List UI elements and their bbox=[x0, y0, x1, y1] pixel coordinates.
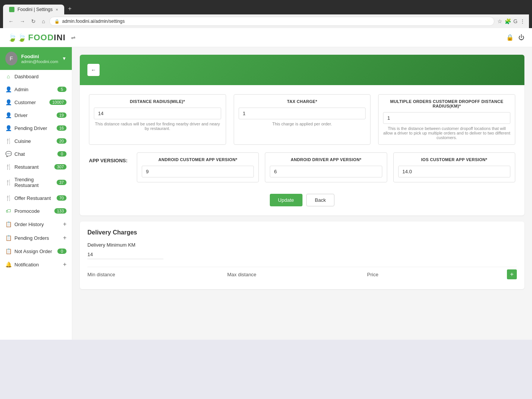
sidebar-item-label: Pending Orders bbox=[14, 235, 60, 241]
pending-orders-icon: 📋 bbox=[5, 235, 11, 241]
order-history-icon: 📋 bbox=[5, 221, 11, 227]
notification-expand: + bbox=[63, 261, 66, 268]
star-icon[interactable]: ☆ bbox=[497, 18, 502, 24]
multiple-orders-group: MULTIPLE ORDERS CUSTOMER DROPOFF DISTANC… bbox=[378, 94, 515, 145]
sidebar-item-label: Chat bbox=[14, 151, 54, 157]
browser-tabs: Foodini | Settings × + bbox=[3, 3, 529, 14]
app-versions-fields: ANDROID CUSTOMER APP VERSION* ANDROID DR… bbox=[137, 152, 515, 182]
extensions-icon[interactable]: 🧩 bbox=[505, 18, 511, 24]
active-tab[interactable]: Foodini | Settings × bbox=[3, 5, 64, 14]
sidebar-item-label: Customer bbox=[14, 100, 46, 105]
not-assign-badge: 0 bbox=[57, 249, 66, 254]
distance-radius-label: DISTANCE RADIUS(MILE)* bbox=[94, 99, 221, 104]
distance-radius-group: DISTANCE RADIUS(MILE)* This distance rad… bbox=[89, 94, 226, 145]
sidebar-item-order-history[interactable]: 📋 Order History + bbox=[0, 217, 72, 231]
offer-icon: 🍴 bbox=[5, 195, 11, 201]
sidebar-user-name: Foodini bbox=[21, 54, 58, 59]
top-nav-right: 🔒 ⏻ bbox=[506, 34, 524, 41]
app-versions-label: APP VERSIONS: bbox=[89, 152, 131, 163]
ios-customer-group: IOS CUSTOMER APP VERSION* bbox=[393, 152, 515, 182]
promocode-badge: 133 bbox=[54, 208, 66, 214]
sidebar-item-dashboard[interactable]: ⌂ Dashboard bbox=[0, 70, 72, 83]
distance-radius-input[interactable] bbox=[94, 108, 221, 119]
sidebar-item-notification[interactable]: 🔔 Notification + bbox=[0, 258, 72, 271]
min-distance-col: Min distance bbox=[87, 272, 227, 277]
delivery-min-input[interactable] bbox=[87, 250, 163, 259]
power-icon[interactable]: ⏻ bbox=[518, 34, 524, 41]
sidebar-item-label: Pending Driver bbox=[14, 125, 54, 131]
back-nav-button[interactable]: ← bbox=[7, 17, 15, 25]
android-customer-input[interactable] bbox=[142, 166, 254, 177]
forward-nav-button[interactable]: → bbox=[18, 17, 27, 25]
sidebar-user-info: Foodini admin@foodini.com bbox=[21, 54, 58, 64]
sidebar-item-restaurant[interactable]: 🍴 Restuarant 307 bbox=[0, 160, 72, 173]
update-button[interactable]: Update bbox=[270, 194, 302, 206]
notification-icon: 🔔 bbox=[5, 261, 11, 268]
multiple-orders-input[interactable] bbox=[383, 112, 510, 124]
restaurant-badge: 307 bbox=[54, 164, 66, 169]
sidebar-item-not-assign-order[interactable]: 📋 Not Assign Order 0 bbox=[0, 245, 72, 258]
ios-customer-input[interactable] bbox=[398, 166, 510, 177]
lock-icon: 🔒 bbox=[54, 19, 60, 24]
url-bar[interactable]: 🔒 admin.foodini.ai/admin/settings bbox=[49, 17, 494, 26]
tax-charge-hint: This charge is applied per order. bbox=[239, 122, 366, 126]
sidebar-item-admin[interactable]: 👤 Admin 5 bbox=[0, 83, 72, 96]
admin-badge: 5 bbox=[57, 87, 66, 92]
new-tab-button[interactable]: + bbox=[64, 3, 75, 14]
android-driver-input[interactable] bbox=[270, 166, 382, 177]
sidebar-item-chat[interactable]: 💬 Chat 0 bbox=[0, 147, 72, 160]
chat-badge: 0 bbox=[57, 151, 66, 157]
chat-icon: 💬 bbox=[5, 151, 11, 157]
customer-icon: 👤 bbox=[5, 99, 11, 105]
lock-icon[interactable]: 🔒 bbox=[506, 34, 514, 41]
action-row: Update Back bbox=[89, 190, 515, 206]
refresh-nav-button[interactable]: ↻ bbox=[30, 17, 37, 25]
sidebar-item-label: Notification bbox=[14, 262, 60, 268]
offer-badge: 70 bbox=[57, 195, 66, 201]
home-nav-button[interactable]: ⌂ bbox=[40, 17, 46, 25]
max-distance-col: Max distance bbox=[227, 272, 367, 277]
chevron-down-icon: ▼ bbox=[62, 56, 66, 61]
add-delivery-row-button[interactable]: + bbox=[507, 269, 517, 279]
sidebar-item-pending-orders[interactable]: 📋 Pending Orders + bbox=[0, 231, 72, 245]
sidebar-item-offer-restaurant[interactable]: 🍴 Offer Restuarant 70 bbox=[0, 192, 72, 204]
tax-charge-input[interactable] bbox=[239, 108, 366, 119]
not-assign-icon: 📋 bbox=[5, 248, 11, 254]
menu-icon[interactable]: ⋮ bbox=[520, 18, 525, 24]
sidebar-item-label: Trending Restuarant bbox=[14, 177, 54, 188]
sidebar-user[interactable]: F Foodini admin@foodini.com ▼ bbox=[0, 47, 72, 70]
android-customer-label: ANDROID CUSTOMER APP VERSION* bbox=[142, 157, 254, 162]
sidebar-item-cuisine[interactable]: 🍴 Cuisine 20 bbox=[0, 135, 72, 147]
android-customer-group: ANDROID CUSTOMER APP VERSION* bbox=[137, 152, 259, 182]
sidebar-item-pending-driver[interactable]: 👤 Pending Driver 16 bbox=[0, 122, 72, 135]
restaurant-icon: 🍴 bbox=[5, 164, 11, 170]
logo-icon: 🍃🍃 bbox=[8, 33, 27, 42]
sidebar-item-label: Not Assign Order bbox=[14, 249, 54, 254]
settings-back-button[interactable]: ← bbox=[87, 64, 100, 76]
pending-orders-expand: + bbox=[63, 234, 66, 241]
sidebar-item-label: Admin bbox=[14, 87, 54, 92]
tax-charge-label: TAX CHARGE* bbox=[239, 99, 366, 104]
trending-icon: 🍴 bbox=[5, 179, 11, 185]
form-row-1: DISTANCE RADIUS(MILE)* This distance rad… bbox=[89, 94, 515, 145]
delivery-table-header: Min distance Max distance Price + bbox=[87, 267, 517, 282]
profile-icon[interactable]: G bbox=[513, 18, 518, 24]
sidebar-toggle-icon[interactable]: ⇌ bbox=[71, 35, 76, 41]
sidebar-item-customer[interactable]: 👤 Customer 10007 bbox=[0, 96, 72, 109]
sidebar-item-trending-restaurant[interactable]: 🍴 Trending Restuarant 37 bbox=[0, 173, 72, 192]
price-col: Price bbox=[367, 272, 507, 277]
sidebar-item-label: Cuisine bbox=[14, 138, 54, 144]
browser-toolbar: ← → ↻ ⌂ 🔒 admin.foodini.ai/admin/setting… bbox=[3, 14, 529, 28]
sidebar-item-label: Offer Restuarant bbox=[14, 195, 54, 201]
back-action-button[interactable]: Back bbox=[306, 194, 335, 206]
content-area: ← DISTANCE RADIUS(MILE)* This distance r… bbox=[72, 47, 532, 340]
multiple-orders-hint: This is the distance between customer dr… bbox=[383, 126, 510, 140]
sidebar-item-promocode[interactable]: 🏷 Promocode 133 bbox=[0, 204, 72, 217]
pending-driver-icon: 👤 bbox=[5, 125, 11, 131]
sidebar-item-driver[interactable]: 👤 Driver 19 bbox=[0, 109, 72, 122]
avatar: F bbox=[5, 52, 17, 65]
tab-close-button[interactable]: × bbox=[56, 7, 58, 12]
trending-badge: 37 bbox=[57, 180, 66, 185]
sidebar-item-label: Dashboard bbox=[14, 74, 66, 79]
settings-card-body: DISTANCE RADIUS(MILE)* This distance rad… bbox=[80, 85, 524, 215]
